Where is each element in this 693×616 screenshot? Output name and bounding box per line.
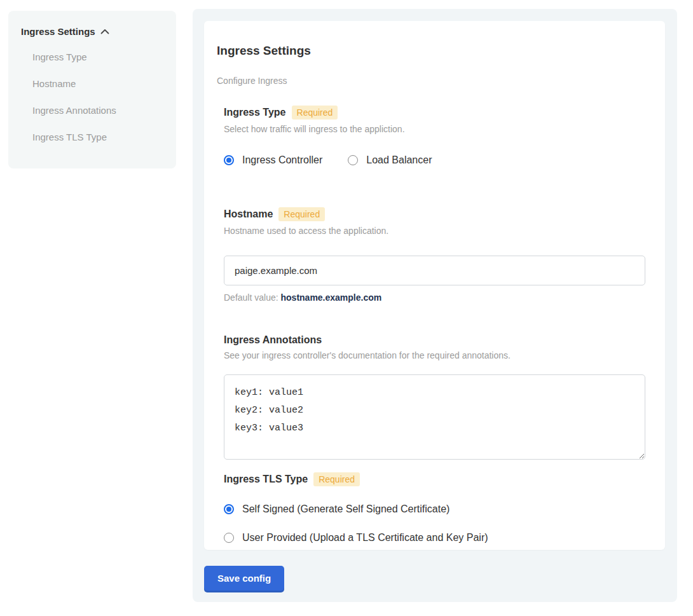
section-heading-ingress-annotations: Ingress Annotations [224,334,322,346]
required-badge: Required [313,472,360,486]
radio-label: User Provided (Upload a TLS Certificate … [242,532,488,544]
sidebar-group-ingress-settings[interactable]: Ingress Settings [21,26,163,37]
section-ingress-tls-type: Ingress TLS Type Required Self Signed (G… [224,472,645,544]
sidebar-item-ingress-tls-type[interactable]: Ingress TLS Type [21,131,163,144]
chevron-up-icon [100,29,109,34]
ingress-settings-card: Ingress Settings Configure Ingress Ingre… [204,21,665,550]
ingress-annotations-textarea[interactable]: key1: value1 key2: value2 key3: value3 [224,374,645,460]
required-badge: Required [292,106,338,120]
required-badge: Required [278,207,325,221]
help-text-hostname: Hostname used to access the application. [224,226,645,236]
default-value-prefix: Default value: [224,292,281,303]
section-hostname: Hostname Required Hostname used to acces… [224,207,645,303]
radio-button-icon[interactable] [224,155,234,165]
radio-label: Ingress Controller [242,154,322,166]
help-text-ingress-type: Select how traffic will ingress to the a… [224,124,645,134]
section-heading-ingress-tls-type: Ingress TLS Type [224,474,308,485]
save-config-button[interactable]: Save config [204,566,284,591]
section-ingress-annotations: Ingress Annotations See your ingress con… [224,334,645,460]
page-title: Ingress Settings [217,44,645,58]
radio-button-icon[interactable] [224,533,234,543]
hostname-input[interactable] [224,256,645,285]
page-subtitle: Configure Ingress [217,76,645,86]
settings-sidebar: Ingress Settings Ingress Type Hostname I… [8,11,176,168]
hostname-default-line: Default value: hostname.example.com [224,292,645,303]
section-ingress-type: Ingress Type Required Select how traffic… [224,106,645,166]
sidebar-group-label: Ingress Settings [21,26,95,37]
radio-ingress-controller[interactable]: Ingress Controller [224,154,322,166]
radio-self-signed[interactable]: Self Signed (Generate Self Signed Certif… [224,503,645,515]
radio-label: Load Balancer [366,154,432,166]
tls-type-radio-group: Self Signed (Generate Self Signed Certif… [224,503,645,544]
sidebar-item-hostname[interactable]: Hostname [21,78,163,90]
radio-load-balancer[interactable]: Load Balancer [348,154,432,166]
help-text-ingress-annotations: See your ingress controller's documentat… [224,350,645,360]
radio-user-provided[interactable]: User Provided (Upload a TLS Certificate … [224,532,645,544]
radio-button-icon[interactable] [224,504,234,514]
config-panel: Ingress Settings Configure Ingress Ingre… [193,9,677,602]
section-heading-hostname: Hostname [224,209,273,220]
section-heading-ingress-type: Ingress Type [224,107,286,118]
radio-label: Self Signed (Generate Self Signed Certif… [242,503,449,515]
sidebar-item-ingress-annotations[interactable]: Ingress Annotations [21,104,163,117]
ingress-type-radio-group: Ingress Controller Load Balancer [224,154,645,166]
radio-button-icon[interactable] [348,155,358,165]
default-value-text: hostname.example.com [281,292,382,303]
sidebar-item-ingress-type[interactable]: Ingress Type [21,51,163,64]
